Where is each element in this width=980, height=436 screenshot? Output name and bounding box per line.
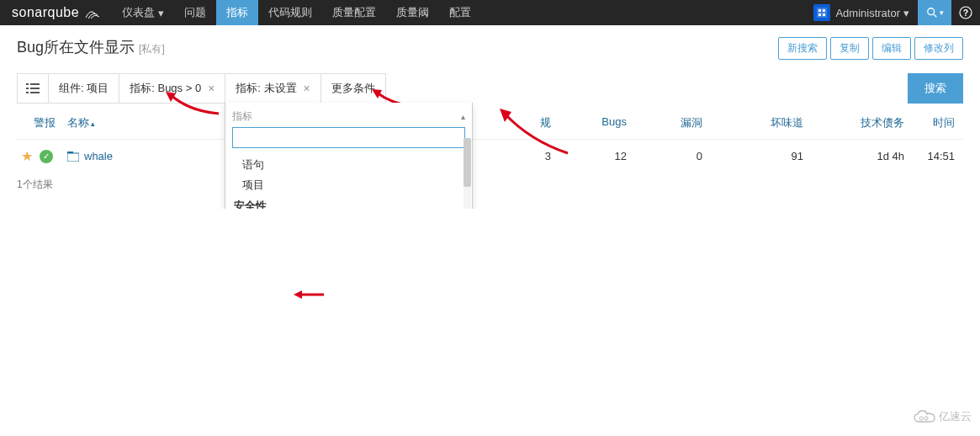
filter-metric-unset[interactable]: 指标: 未设置 × 指标 ▴ 语句 项目 安全性 安全修复工作 安全比率 新代码…	[225, 73, 320, 104]
avatar	[813, 4, 830, 21]
svg-rect-12	[30, 88, 40, 89]
search-icon	[926, 7, 938, 19]
cell-time: 14:51	[904, 150, 963, 162]
page-header: Bug所在文件显示 [私有] 新搜索 复制 编辑 修改列	[0, 25, 980, 68]
sort-asc-icon: ▴	[91, 120, 95, 128]
row-status: ★ ✓	[17, 148, 59, 164]
nav-quality-gates[interactable]: 质量阈	[386, 0, 439, 25]
chevron-down-icon: ▾	[158, 7, 164, 19]
edit-button[interactable]: 编辑	[872, 37, 911, 60]
header-actions: 新搜索 复制 编辑 修改列	[778, 37, 963, 60]
svg-rect-4	[823, 13, 825, 16]
row-name: whale	[59, 150, 193, 162]
cell-vulnerabilities: 0	[627, 150, 702, 162]
table-header: 警报 名称▴ 规 Bugs 漏洞 坏味道 技术债务 时间	[17, 104, 963, 139]
chevron-down-icon: ▾	[940, 8, 944, 17]
svg-text:?: ?	[963, 8, 968, 18]
col-bugs[interactable]: Bugs	[551, 115, 627, 130]
col-time[interactable]: 时间	[904, 115, 963, 130]
col-name[interactable]: 名称▴	[59, 115, 193, 130]
close-icon[interactable]: ×	[208, 82, 215, 95]
metric-search-input[interactable]	[232, 127, 465, 148]
dropdown-list: 语句 项目 安全性 安全修复工作 安全比率 新代码的安全修复工作 新增漏洞 漏洞…	[225, 155, 472, 209]
dropdown-option[interactable]: 项目	[225, 175, 472, 195]
svg-point-5	[927, 8, 934, 15]
close-icon[interactable]: ×	[304, 82, 310, 95]
nav-dashboard[interactable]: 仪表盘▾	[112, 0, 174, 25]
svg-rect-3	[818, 13, 821, 16]
cell-bugs: 12	[551, 150, 627, 162]
svg-rect-14	[30, 92, 40, 93]
filter-metric-bugs[interactable]: 指标: Bugs > 0 ×	[119, 73, 225, 104]
dropdown-option[interactable]: 语句	[225, 155, 472, 175]
col-rules[interactable]: 规	[509, 115, 551, 130]
star-icon[interactable]: ★	[21, 148, 33, 164]
svg-rect-10	[30, 83, 40, 85]
cell-value: 3	[509, 150, 551, 162]
result-count: 1个结果	[0, 173, 980, 209]
copy-button[interactable]: 复制	[830, 37, 869, 60]
project-icon	[67, 152, 79, 162]
project-link[interactable]: whale	[84, 150, 113, 162]
svg-rect-11	[26, 88, 29, 89]
help-button[interactable]: ?	[951, 0, 980, 25]
svg-rect-1	[818, 9, 821, 12]
nav-rules[interactable]: 代码规则	[258, 0, 322, 25]
nav-issues[interactable]: 问题	[174, 0, 216, 25]
col-vulnerabilities[interactable]: 漏洞	[627, 115, 702, 130]
nav-measures[interactable]: 指标	[216, 0, 258, 25]
list-view-toggle[interactable]	[17, 73, 49, 104]
col-warn[interactable]: 警报	[17, 115, 59, 130]
chevron-down-icon: ▾	[903, 7, 909, 19]
new-search-button[interactable]: 新搜索	[778, 37, 827, 60]
nav-settings[interactable]: 配置	[439, 0, 481, 25]
main-nav: 仪表盘▾ 问题 指标 代码规则 质量配置 质量阈 配置	[112, 0, 481, 25]
logo-wave-icon	[85, 8, 100, 19]
filter-bar: 组件: 项目 指标: Bugs > 0 × 指标: 未设置 × 指标 ▴ 语句 …	[0, 73, 980, 104]
results-table: 警报 名称▴ 规 Bugs 漏洞 坏味道 技术债务 时间 ★ ✓ whale 3…	[0, 104, 980, 173]
search-button[interactable]: 搜索	[908, 73, 963, 104]
col-tech-debt[interactable]: 技术债务	[803, 115, 904, 130]
nav-quality-profiles[interactable]: 质量配置	[322, 0, 386, 25]
visibility-badge: [私有]	[139, 43, 165, 55]
table-row[interactable]: ★ ✓ whale 3 12 0 91 1d 4h 14:51	[17, 139, 963, 173]
logo[interactable]: sonarqube	[0, 5, 112, 20]
scrollbar-thumb[interactable]	[464, 138, 471, 187]
page-title: Bug所在文件显示 [私有]	[17, 37, 165, 57]
cell-tech-debt: 1d 4h	[803, 150, 904, 162]
svg-rect-9	[26, 83, 29, 85]
caret-up-icon[interactable]: ▴	[461, 112, 465, 121]
svg-line-6	[933, 14, 936, 18]
metric-dropdown: 指标 ▴ 语句 项目 安全性 安全修复工作 安全比率 新代码的安全修复工作 新增…	[225, 103, 473, 209]
svg-rect-16	[67, 152, 73, 153]
svg-rect-13	[26, 92, 29, 93]
svg-rect-0	[817, 8, 827, 18]
topbar-right: Administrator ▾ ▾ ?	[805, 0, 980, 25]
filter-more-conditions[interactable]: 更多条件	[320, 73, 386, 104]
filter-component[interactable]: 组件: 项目	[48, 73, 119, 104]
help-icon: ?	[959, 6, 972, 19]
cell-code-smells: 91	[702, 150, 803, 162]
status-ok-icon: ✓	[40, 150, 53, 163]
dropdown-label: 指标	[232, 109, 252, 124]
modify-columns-button[interactable]: 修改列	[914, 37, 963, 60]
user-menu[interactable]: Administrator ▾	[805, 4, 918, 21]
global-search-button[interactable]: ▾	[918, 0, 951, 25]
col-code-smells[interactable]: 坏味道	[702, 115, 803, 130]
svg-rect-15	[67, 153, 79, 162]
user-name: Administrator	[835, 7, 900, 19]
topbar: sonarqube 仪表盘▾ 问题 指标 代码规则 质量配置 质量阈 配置 Ad…	[0, 0, 980, 25]
list-icon	[26, 82, 40, 94]
dropdown-group-security: 安全性	[225, 195, 472, 209]
svg-rect-2	[823, 9, 825, 12]
